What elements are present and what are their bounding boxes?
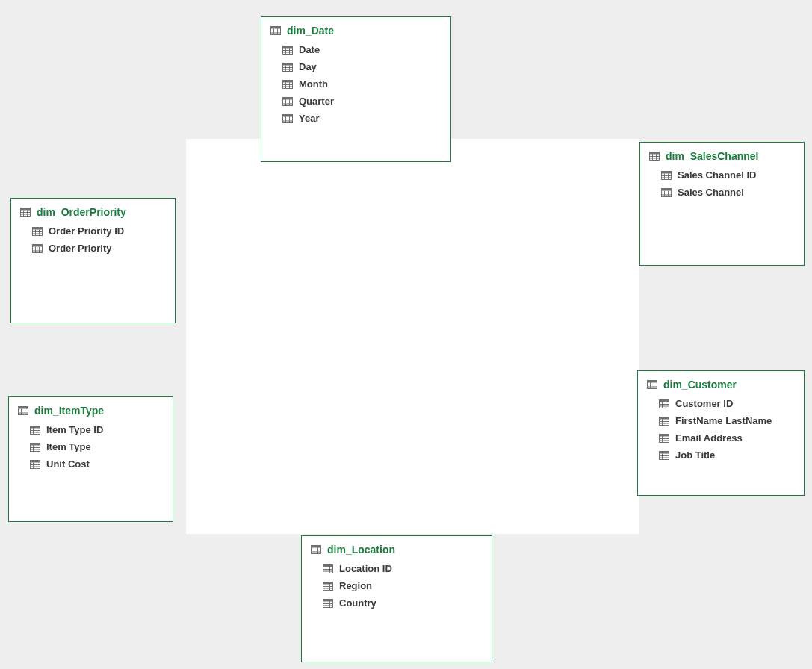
field-item[interactable]: Item Type ID xyxy=(30,421,164,438)
table-header[interactable]: dim_OrderPriority xyxy=(11,199,175,223)
column-icon xyxy=(30,460,40,469)
field-label: Item Type xyxy=(46,441,91,452)
svg-rect-19 xyxy=(283,81,292,83)
svg-rect-133 xyxy=(323,565,332,567)
field-item[interactable]: Country xyxy=(323,594,483,612)
column-icon xyxy=(30,443,40,452)
field-item[interactable]: Order Priority xyxy=(32,240,166,257)
svg-rect-43 xyxy=(662,172,671,174)
svg-rect-13 xyxy=(283,63,292,66)
field-list: Order Priority IDOrder Priority xyxy=(11,223,175,266)
table-title: dim_Date xyxy=(287,25,334,37)
field-label: Customer ID xyxy=(675,398,733,409)
field-label: Region xyxy=(339,580,372,591)
field-item[interactable]: Sales Channel xyxy=(661,184,795,201)
svg-rect-103 xyxy=(19,407,28,409)
table-title: dim_Customer xyxy=(663,379,737,390)
svg-rect-73 xyxy=(648,381,657,383)
field-label: Day xyxy=(299,61,317,72)
table-dim-orderpriority[interactable]: dim_OrderPriorityOrder Priority IDOrder … xyxy=(10,198,176,323)
field-list: Customer IDFirstName LastNameEmail Addre… xyxy=(638,395,804,473)
table-title: dim_Location xyxy=(327,544,395,556)
field-item[interactable]: Sales Channel ID xyxy=(661,167,795,184)
table-header[interactable]: dim_ItemType xyxy=(9,397,173,421)
field-list: Location IDRegionCountry xyxy=(302,560,492,620)
svg-rect-115 xyxy=(31,444,40,446)
field-item[interactable]: Job Title xyxy=(659,446,795,464)
table-title: dim_SalesChannel xyxy=(666,150,759,162)
field-label: Month xyxy=(299,78,328,90)
field-label: Order Priority ID xyxy=(49,225,124,237)
svg-rect-85 xyxy=(660,417,669,420)
column-icon xyxy=(659,399,669,408)
column-icon xyxy=(659,434,669,443)
column-icon xyxy=(661,171,672,180)
field-item[interactable]: Location ID xyxy=(323,560,483,577)
table-icon xyxy=(18,406,28,415)
svg-rect-31 xyxy=(283,115,292,117)
table-header[interactable]: dim_Date xyxy=(261,17,450,41)
svg-rect-139 xyxy=(323,582,332,585)
field-item[interactable]: Order Priority ID xyxy=(32,223,166,240)
field-item[interactable]: Item Type xyxy=(30,438,164,455)
field-item[interactable]: Region xyxy=(323,577,483,594)
table-header[interactable]: dim_SalesChannel xyxy=(640,143,804,167)
field-label: Order Priority xyxy=(49,243,112,254)
column-icon xyxy=(282,114,293,123)
field-item[interactable]: Year xyxy=(282,110,441,127)
field-item[interactable]: Date xyxy=(282,41,441,58)
column-icon xyxy=(282,63,293,72)
field-item[interactable]: Unit Cost xyxy=(30,455,164,473)
svg-rect-97 xyxy=(660,452,669,454)
field-label: Job Title xyxy=(675,449,715,461)
field-item[interactable]: Quarter xyxy=(282,93,441,110)
field-label: Quarter xyxy=(299,96,334,107)
table-dim-saleschannel[interactable]: dim_SalesChannelSales Channel IDSales Ch… xyxy=(639,142,805,266)
svg-rect-67 xyxy=(33,245,42,247)
field-item[interactable]: Day xyxy=(282,58,441,75)
table-header[interactable]: dim_Customer xyxy=(638,371,804,395)
svg-rect-37 xyxy=(650,152,659,155)
table-icon xyxy=(270,26,281,35)
svg-rect-91 xyxy=(660,435,669,437)
column-icon xyxy=(323,564,333,573)
table-dim-location[interactable]: dim_LocationLocation IDRegionCountry xyxy=(301,535,492,662)
field-label: Country xyxy=(339,597,376,609)
table-dim-customer[interactable]: dim_CustomerCustomer IDFirstName LastNam… xyxy=(637,370,805,496)
svg-rect-55 xyxy=(21,208,30,211)
field-list: Item Type IDItem TypeUnit Cost xyxy=(9,421,173,482)
table-icon xyxy=(311,545,321,554)
svg-rect-145 xyxy=(323,600,332,602)
column-icon xyxy=(323,582,333,591)
field-label: Sales Channel xyxy=(678,187,744,198)
column-icon xyxy=(282,97,293,106)
column-icon xyxy=(282,46,293,55)
column-icon xyxy=(32,227,43,236)
svg-rect-1 xyxy=(271,27,280,29)
field-item[interactable]: FirstName LastName xyxy=(659,412,795,429)
table-icon xyxy=(20,208,31,217)
column-icon xyxy=(659,451,669,460)
table-title: dim_OrderPriority xyxy=(37,206,126,218)
table-dim-itemtype[interactable]: dim_ItemTypeItem Type IDItem TypeUnit Co… xyxy=(8,396,173,522)
column-icon xyxy=(282,80,293,89)
field-item[interactable]: Month xyxy=(282,75,441,93)
table-icon xyxy=(649,152,660,161)
field-item[interactable]: Email Address xyxy=(659,429,795,446)
canvas-area xyxy=(186,139,639,534)
svg-rect-109 xyxy=(31,426,40,429)
field-list: Sales Channel IDSales Channel xyxy=(640,167,804,210)
svg-rect-7 xyxy=(283,46,292,49)
svg-rect-61 xyxy=(33,228,42,230)
table-header[interactable]: dim_Location xyxy=(302,536,492,560)
svg-rect-49 xyxy=(662,189,671,191)
column-icon xyxy=(661,188,672,197)
table-icon xyxy=(647,380,657,389)
field-label: Unit Cost xyxy=(46,458,90,470)
field-label: Item Type ID xyxy=(46,424,103,435)
field-label: Date xyxy=(299,44,320,55)
svg-rect-79 xyxy=(660,400,669,402)
table-dim-date[interactable]: dim_DateDateDayMonthQuarterYear xyxy=(261,16,451,162)
svg-rect-127 xyxy=(312,546,320,548)
field-item[interactable]: Customer ID xyxy=(659,395,795,412)
